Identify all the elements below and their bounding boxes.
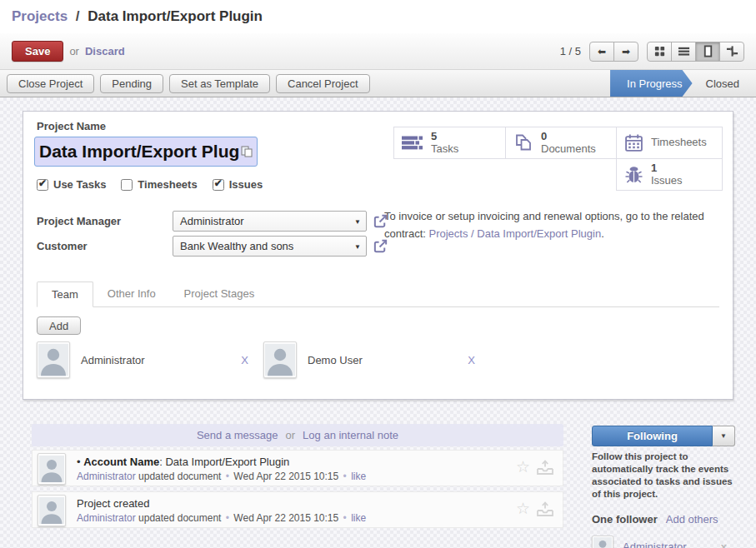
list-icon	[678, 45, 690, 57]
discard-link[interactable]: Discard	[85, 45, 125, 57]
tasks-label: Tasks	[431, 143, 458, 156]
author-link[interactable]: Administrator	[77, 471, 136, 482]
project-options: Use Tasks Timesheets Issues	[37, 178, 263, 191]
bug-icon	[624, 166, 643, 184]
issues-checkbox[interactable]: Issues	[213, 178, 263, 191]
pager-next-button[interactable]: ➡	[613, 42, 638, 62]
left-arrow-icon: ⬅	[598, 46, 606, 57]
list-view-button[interactable]	[671, 42, 696, 62]
project-manager-select[interactable]: Administrator ▼	[173, 211, 367, 232]
use-tasks-checkbox[interactable]: Use Tasks	[37, 178, 106, 191]
pager-prev-button[interactable]: ⬅	[589, 42, 614, 62]
action-bar: Close Project Pending Set as Template Ca…	[0, 70, 756, 97]
add-member-button[interactable]: Add	[37, 316, 81, 335]
bullet: •	[77, 456, 81, 468]
message-subline: Administrator updated document • Wed Apr…	[77, 471, 516, 482]
avatar	[38, 495, 66, 526]
tab-project-stages[interactable]: Project Stages	[170, 281, 269, 306]
chatter: Send a message or Log an internal note •…	[32, 424, 563, 528]
calendar-icon	[624, 133, 643, 152]
cancel-project-button[interactable]: Cancel Project	[276, 74, 370, 93]
tracked-field-value: : Data Import/Export Plugin	[159, 456, 289, 468]
separator-dot: •	[226, 471, 229, 482]
log-note-link[interactable]: Log an internal note	[303, 429, 398, 441]
follower-count: One follower	[592, 513, 658, 526]
message-date: Wed Apr 22 2015 10:15	[233, 471, 338, 482]
pending-button[interactable]: Pending	[100, 74, 163, 93]
mark-read-icon[interactable]	[536, 459, 554, 476]
like-link[interactable]: like	[351, 512, 366, 524]
tracked-field-name: Account Name	[83, 456, 159, 468]
notebook-tabs: Team Other Info Project Stages	[37, 281, 719, 307]
star-icon[interactable]: ☆	[516, 459, 530, 475]
message-title: Project created	[77, 497, 516, 510]
follow-help-text: Follow this project to automatically tra…	[592, 451, 735, 501]
form-icon	[702, 45, 714, 57]
timesheets-stat-button[interactable]: Timesheets	[616, 127, 723, 159]
translate-icon[interactable]	[240, 145, 253, 158]
breadcrumb-separator: /	[76, 8, 80, 24]
message-body: • Account Name: Data Import/Export Plugi…	[66, 452, 516, 484]
tab-other-info[interactable]: Other Info	[93, 281, 170, 306]
breadcrumb-bar: Projects / Data Import/Export Plugin	[0, 0, 756, 33]
issues-label: Issues	[229, 178, 263, 191]
kanban-view-button[interactable]	[647, 42, 672, 62]
mark-read-icon[interactable]	[536, 501, 554, 517]
following-button[interactable]: Following	[592, 426, 713, 446]
star-icon[interactable]: ☆	[516, 501, 530, 516]
or-label: or	[69, 45, 79, 57]
documents-icon	[513, 133, 533, 153]
content-area: Project Name Data Import/Export Plugin U…	[0, 97, 756, 548]
author-link[interactable]: Administrator	[77, 512, 136, 524]
tab-team[interactable]: Team	[37, 281, 93, 307]
chevron-down-icon: ▼	[720, 432, 727, 440]
remove-follower-button[interactable]: x	[721, 541, 727, 548]
followers-header: One follower Add others	[592, 513, 735, 526]
right-arrow-icon: ➡	[622, 46, 630, 57]
like-link[interactable]: like	[351, 471, 366, 482]
set-as-template-button[interactable]: Set as Template	[169, 74, 270, 93]
timesheets-checkbox[interactable]: Timesheets	[121, 178, 197, 191]
tasks-icon	[402, 136, 423, 150]
form-view-button[interactable]	[695, 42, 720, 62]
close-project-button[interactable]: Close Project	[7, 74, 94, 93]
invoice-note: To invoice or setup invoicing and renewa…	[384, 208, 726, 243]
view-switcher	[647, 42, 744, 62]
team-member-row: Administrator X	[37, 341, 258, 378]
follower-name-link[interactable]: Administrator	[623, 541, 687, 548]
status-closed[interactable]: Closed	[693, 70, 756, 97]
save-button[interactable]: Save	[12, 41, 63, 62]
avatar	[263, 341, 297, 378]
team-member-row: Demo User X	[263, 341, 485, 378]
customer-select[interactable]: Bank Wealthy and sons ▼	[173, 236, 367, 257]
send-message-link[interactable]: Send a message	[197, 429, 278, 441]
message-row: Project created Administrator updated do…	[32, 491, 563, 528]
compose-or-label: or	[286, 429, 296, 441]
separator-dot: •	[343, 471, 347, 482]
add-others-link[interactable]: Add others	[666, 513, 718, 526]
documents-stat-button[interactable]: 0Documents	[505, 127, 617, 159]
project-name-label: Project Name	[37, 120, 106, 132]
breadcrumb-projects-link[interactable]: Projects	[12, 8, 68, 24]
chevron-down-icon: ▼	[354, 243, 361, 251]
tasks-stat-button[interactable]: 5Tasks	[393, 127, 506, 159]
issues-label: Issues	[651, 175, 683, 187]
stat-buttons: 5Tasks 0Documents Timesheets 1Issues	[394, 127, 723, 191]
contract-link[interactable]: Projects / Data Import/Export Plugin	[428, 227, 601, 240]
documents-count: 0	[541, 131, 596, 143]
following-dropdown-button[interactable]: ▼	[713, 426, 735, 446]
remove-member-button[interactable]: X	[468, 354, 475, 366]
followers-panel: Following ▼ Follow this project to autom…	[592, 426, 735, 548]
page-title: Data Import/Export Plugin	[88, 8, 263, 24]
avatar	[37, 341, 70, 378]
customer-value: Bank Wealthy and sons	[180, 240, 293, 252]
issues-stat-button[interactable]: 1Issues	[616, 158, 723, 191]
pager-buttons: ⬅ ➡	[589, 42, 638, 62]
customer-label: Customer	[37, 240, 173, 252]
gantt-icon	[726, 45, 738, 57]
gantt-view-button[interactable]	[719, 42, 744, 62]
remove-member-button[interactable]: X	[241, 354, 248, 366]
status-in-progress[interactable]: In Progress	[610, 70, 692, 97]
member-name: Administrator	[81, 354, 145, 366]
project-name-input[interactable]: Data Import/Export Plugin	[34, 137, 258, 167]
